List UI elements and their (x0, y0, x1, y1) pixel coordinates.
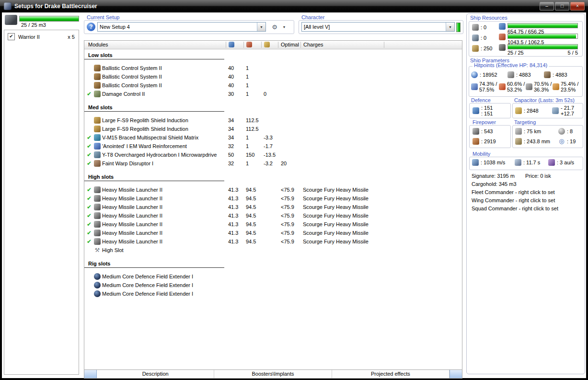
module-cpu-value: 41.3 (228, 221, 246, 227)
wing-commander-text[interactable]: Wing Commander - right click to set (472, 197, 555, 203)
module-powergrid-value: 94.5 (246, 187, 264, 193)
module-row[interactable]: Large F-S9 Regolith Shield Induction3411… (84, 116, 462, 125)
drone-checkbox[interactable]: ✔ (8, 33, 15, 40)
setup-tools-button[interactable]: ⚙ (269, 23, 280, 32)
module-row[interactable]: Large F-S9 Regolith Shield Induction3411… (84, 125, 462, 133)
help-button[interactable]: ? (87, 23, 95, 31)
targeting-range-value: : 75 km (524, 128, 541, 134)
module-row[interactable]: ✔Heavy Missile Launcher II41.394.5<75.9S… (84, 185, 462, 194)
tab-scroll-right-button[interactable] (450, 370, 462, 378)
drone-list-item[interactable]: ✔ Warrior II x 5 (8, 33, 77, 41)
module-row[interactable]: ✔Heavy Missile Launcher II41.394.5<75.9S… (84, 220, 462, 229)
module-optimal-value: <75.9 (281, 196, 303, 201)
cpu-column-icon[interactable] (229, 42, 234, 47)
module-section: High slots✔Heavy Missile Launcher II41.3… (84, 174, 462, 254)
module-name: Ballistic Control System II (102, 74, 228, 80)
fleet-commander-text[interactable]: Fleet Commander - right click to set (472, 189, 555, 195)
module-powergrid-value: 1 (246, 91, 264, 97)
module-active-check-icon: ✔ (84, 150, 94, 159)
dps-icon (473, 128, 479, 135)
character-combobox[interactable]: [All level V] ▼ (301, 22, 455, 32)
explosive-shield-resist: 75.4% / (561, 81, 578, 87)
drone-bandwidth-fill (508, 45, 577, 49)
powergrid-column-icon[interactable] (246, 42, 252, 47)
current-setup-group: ? New Setup 4 ▼ ⚙ ▼ (84, 20, 294, 34)
module-icon-cell (94, 160, 102, 167)
em-resist-icon (471, 83, 478, 90)
chevron-down-icon[interactable]: ▼ (257, 23, 265, 31)
optimal-column-header[interactable]: Optimal (281, 42, 299, 47)
module-name: V-M15 Braced Multispectral Shield Matrix (102, 135, 228, 140)
tab-description[interactable]: Description (97, 370, 214, 378)
module-row[interactable]: Ballistic Control System II401 (84, 81, 462, 90)
module-name: Heavy Missile Launcher II (102, 221, 228, 227)
module-powergrid-value: 112.5 (246, 117, 264, 123)
hull-hp-value: : 4883 (553, 72, 567, 78)
module-row[interactable]: ⚒High Slot (84, 246, 462, 254)
close-button[interactable]: × (570, 2, 585, 11)
armor-hp-icon (507, 71, 514, 78)
modules-column-header[interactable]: Modules (88, 42, 108, 47)
tab-projected-effects[interactable]: Projected effects (332, 370, 450, 378)
module-row[interactable]: Medium Core Defence Field Extender I (84, 272, 462, 281)
module-row[interactable]: ✔V-M15 Braced Multispectral Shield Matri… (84, 133, 462, 142)
module-row[interactable]: Medium Core Defence Field Extender I (84, 289, 462, 298)
module-row[interactable]: ✔Y-T8 Overcharged Hydrocarbon I Microwar… (84, 150, 462, 159)
capacitor-column-icon[interactable] (264, 42, 270, 47)
drone-capacity-fill (20, 16, 79, 21)
turret-hardpoints-icon (472, 24, 479, 31)
module-name: Damage Control II (102, 91, 228, 97)
warp-disruptor-icon (94, 160, 101, 167)
cargohold-text: Cargohold: 345 m3 (472, 181, 517, 187)
module-name: Faint Warp Disruptor I (102, 161, 228, 166)
module-cpu-value: 34 (228, 126, 246, 132)
header-separator (243, 42, 244, 48)
module-row[interactable]: Ballistic Control System II401 (84, 72, 462, 81)
setup-tools-arrow-icon[interactable]: ▼ (281, 23, 288, 32)
module-row[interactable]: ✔Heavy Missile Launcher II41.394.5<75.9S… (84, 237, 462, 246)
squad-commander-text[interactable]: Squad Commander - right click to set (472, 206, 558, 211)
module-icon-cell (94, 230, 102, 236)
turret-hardpoints-value: : 0 (481, 24, 486, 30)
minimize-button[interactable]: – (540, 2, 554, 11)
module-row[interactable]: ✔Damage Control II3010 (84, 90, 462, 98)
module-cpu-value: 34 (228, 135, 246, 140)
ballistic-control-icon (94, 73, 101, 80)
drone-bandwidth-icon (499, 44, 506, 51)
module-section-title: High slots (84, 174, 224, 181)
tab-boosters-implants[interactable]: Boosters\Implants (214, 370, 332, 378)
maximize-button[interactable]: □ (555, 2, 569, 11)
title-bar[interactable]: Setups for Drake Battlecruiser – □ × (0, 0, 588, 12)
module-active-check-icon: ✔ (84, 142, 94, 150)
module-row[interactable]: ✔'Anointed' I EM Ward Reinforcement321-1… (84, 142, 462, 150)
module-active-check-icon: ✔ (84, 203, 94, 211)
cpu-bar-fill (508, 23, 577, 28)
module-optimal-value: 20 (281, 161, 303, 166)
module-cpu-value: 41.3 (228, 187, 246, 193)
scan-resolution-icon (515, 138, 522, 145)
module-name: Heavy Missile Launcher II (102, 230, 228, 236)
module-row[interactable]: ✔Heavy Missile Launcher II41.394.5<75.9S… (84, 211, 462, 220)
firepower-label: Firepower (473, 119, 496, 125)
module-row[interactable]: Medium Core Defence Field Extender I (84, 281, 462, 289)
module-powergrid-value: 94.5 (246, 196, 264, 201)
module-row[interactable]: ✔Faint Warp Disruptor I321-3.220 (84, 159, 462, 168)
module-name: Heavy Missile Launcher II (102, 213, 228, 219)
module-row[interactable]: ✔Heavy Missile Launcher II41.394.5<75.9S… (84, 194, 462, 203)
module-row[interactable]: ✔Heavy Missile Launcher II41.394.5<75.9S… (84, 203, 462, 211)
chevron-down-icon[interactable]: ▼ (446, 23, 454, 31)
explosive-resist-icon (553, 83, 559, 90)
module-name: Medium Core Defence Field Extender I (102, 291, 228, 297)
module-cpu-value: 40 (228, 82, 246, 88)
tab-scroll-left-button[interactable] (84, 370, 97, 378)
module-powergrid-value: 150 (246, 152, 264, 158)
setup-combobox[interactable]: New Setup 4 ▼ (97, 22, 266, 32)
module-row[interactable]: Ballistic Control System II401 (84, 64, 462, 72)
align-time-value: : 11.7 s (523, 160, 540, 165)
header-separator (226, 42, 226, 48)
charges-column-header[interactable]: Charges (303, 42, 323, 47)
module-row[interactable]: ✔Heavy Missile Launcher II41.394.5<75.9S… (84, 229, 462, 237)
header-separator (300, 42, 301, 48)
module-optimal-value: <75.9 (281, 213, 303, 219)
module-powergrid-value: 1 (246, 74, 264, 80)
